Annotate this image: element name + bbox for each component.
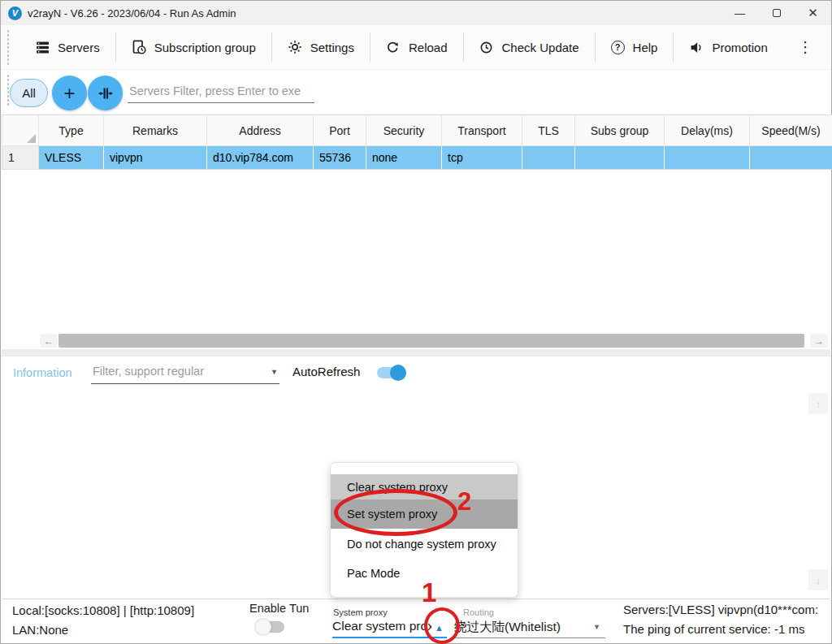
tab-information[interactable]: Information — [13, 366, 72, 379]
enable-tun-toggle[interactable] — [257, 621, 284, 633]
col-header-subs-group[interactable]: Subs group — [575, 115, 665, 146]
col-header-address[interactable]: Address — [207, 115, 314, 146]
row-number[interactable]: 1 — [2, 146, 39, 170]
corner-triangle-icon — [27, 134, 36, 143]
window-title: v2rayN - V6.26 - 2023/06/04 - Run As Adm… — [28, 7, 236, 19]
cell-remarks[interactable]: vipvpn — [104, 146, 207, 170]
system-proxy-combobox[interactable]: Clear system prox — [332, 619, 431, 633]
servers-menu-button[interactable]: Servers — [21, 32, 114, 62]
ping-text: The ping of current service: -1 ms — [623, 622, 804, 636]
toolbar-separator — [673, 32, 674, 62]
cell-delay[interactable] — [665, 146, 750, 170]
servers-filter-field — [128, 83, 314, 103]
lan-text: LAN:None — [12, 623, 68, 637]
server-table: Type Remarks Address Port Security Trans… — [2, 115, 830, 170]
scroll-left-icon[interactable]: ← — [40, 334, 58, 348]
scroll-right-icon[interactable]: → — [810, 334, 828, 348]
info-filter-field: ▼ — [91, 361, 280, 384]
hscroll-thumb[interactable] — [58, 334, 804, 348]
toolbar-separator — [271, 32, 272, 62]
help-label: Help — [633, 41, 658, 54]
reload-button[interactable]: Reload — [372, 32, 462, 62]
cell-security[interactable]: none — [366, 146, 442, 170]
check-update-label: Check Update — [502, 41, 579, 54]
toolbar-gripper[interactable] — [6, 29, 10, 65]
col-header-tls[interactable]: TLS — [522, 115, 575, 146]
column-adjust-icon — [98, 85, 114, 102]
col-header-delay[interactable]: Delay(ms) — [665, 115, 750, 146]
select-all-corner[interactable] — [2, 115, 39, 146]
routing-underline — [454, 638, 605, 638]
scroll-down-button[interactable]: ↓ — [808, 569, 828, 590]
cell-port[interactable]: 55736 — [314, 146, 366, 170]
information-bar: Information ▼ AutoRefresh — [2, 359, 830, 389]
col-header-port[interactable]: Port — [314, 115, 366, 146]
help-icon: ? — [611, 41, 625, 54]
annotation-circle-step1 — [424, 607, 460, 644]
table-row[interactable]: 1 VLESS vipvpn d10.vip784.com 55736 none… — [2, 146, 832, 170]
maximize-icon — [773, 9, 781, 17]
minimize-button[interactable]: — — [722, 1, 758, 25]
titlebar: V v2rayN - V6.26 - 2023/06/04 - Run As A… — [1, 1, 831, 25]
horizontal-scrollbar[interactable]: ← → — [2, 333, 830, 348]
toolbar-separator — [595, 32, 596, 62]
cell-subs-group[interactable] — [575, 146, 665, 170]
col-header-remarks[interactable]: Remarks — [104, 115, 207, 146]
window-controls: — ✕ — [722, 1, 831, 25]
subscription-icon — [132, 40, 146, 54]
toggle-knob — [390, 365, 406, 381]
scroll-up-button[interactable]: ↑ — [808, 393, 828, 414]
group-all-button[interactable]: All — [10, 79, 48, 107]
help-button[interactable]: ? Help — [597, 33, 672, 62]
check-update-icon — [479, 40, 494, 54]
col-header-security[interactable]: Security — [366, 115, 442, 146]
cell-address[interactable]: d10.vip784.com — [207, 146, 314, 170]
routing-combobox[interactable]: 绕过大陆(Whitelist) — [454, 619, 561, 636]
toolbar-separator — [115, 32, 116, 62]
info-filter-input[interactable] — [91, 361, 260, 383]
pane-splitter[interactable] — [2, 349, 830, 357]
col-header-speed[interactable]: Speed(M/s) — [750, 115, 832, 146]
gear-icon — [288, 40, 302, 54]
chevron-down-icon[interactable]: ▼ — [593, 623, 600, 631]
toggle-knob — [255, 619, 271, 635]
cell-type[interactable]: VLESS — [39, 146, 104, 170]
v2rayn-logo-icon: V — [8, 6, 22, 20]
column-adjust-button[interactable] — [88, 76, 123, 110]
settings-button[interactable]: Settings — [274, 32, 368, 62]
current-server-text: Servers:[VLESS] vipvpn(d10***com: — [623, 603, 818, 616]
promotion-label: Promotion — [712, 41, 767, 54]
cell-tls[interactable] — [522, 146, 575, 170]
close-button[interactable]: ✕ — [795, 1, 831, 25]
settings-label: Settings — [310, 41, 354, 54]
col-header-transport[interactable]: Transport — [442, 115, 522, 146]
reload-label: Reload — [409, 41, 448, 54]
autorefresh-toggle[interactable] — [377, 367, 405, 378]
servers-icon — [35, 40, 50, 54]
server-filter-bar: All + — [2, 70, 830, 115]
servers-menu-label: Servers — [58, 41, 100, 54]
system-proxy-label: System proxy — [333, 607, 388, 617]
cell-speed[interactable] — [750, 146, 832, 170]
routing-label: Routing — [463, 607, 494, 617]
annotation-number-1: 1 — [422, 577, 436, 608]
toolbar-separator — [463, 32, 464, 62]
status-bar: Local:[socks:10808] | [http:10809] LAN:N… — [2, 599, 830, 642]
promotion-icon — [689, 40, 704, 54]
col-header-type[interactable]: Type — [39, 115, 104, 146]
annotation-number-2: 2 — [457, 487, 471, 516]
cell-transport[interactable]: tcp — [442, 146, 522, 170]
autorefresh-label: AutoRefresh — [292, 365, 360, 378]
subscription-group-button[interactable]: Subscription group — [118, 32, 270, 62]
maximize-button[interactable] — [758, 1, 795, 25]
servers-filter-input[interactable] — [128, 83, 314, 102]
promotion-button[interactable]: Promotion — [675, 32, 781, 62]
add-group-button[interactable]: + — [52, 76, 87, 110]
app-window: V v2rayN - V6.26 - 2023/06/04 - Run As A… — [0, 0, 832, 644]
toolbar-separator — [370, 32, 370, 62]
chevron-down-icon[interactable]: ▼ — [271, 368, 278, 376]
reload-icon — [386, 40, 401, 54]
kebab-menu-icon[interactable]: ⋮ — [790, 35, 821, 59]
check-update-button[interactable]: Check Update — [466, 32, 593, 62]
main-toolbar: Servers Subscription group Settings Relo… — [2, 25, 830, 70]
